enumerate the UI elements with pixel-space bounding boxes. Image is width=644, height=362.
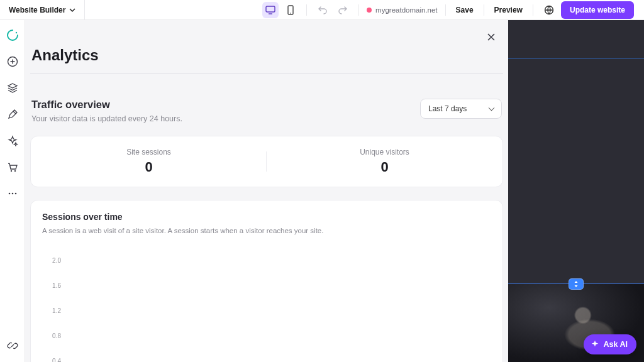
traffic-subtitle: Your visitor data is updated every 24 ho…: [31, 114, 182, 123]
save-button[interactable]: Save: [453, 6, 476, 14]
ai-tools-button[interactable]: [5, 133, 20, 148]
date-range-value: Last 7 days: [428, 104, 467, 113]
device-mobile-button[interactable]: [282, 2, 299, 18]
undo-icon: [318, 6, 328, 14]
sparkle-icon: [590, 339, 600, 349]
divider: [445, 4, 446, 16]
y-tick: 1.6: [42, 282, 61, 289]
svg-point-2: [290, 13, 291, 14]
app-title: Website Builder: [9, 6, 65, 14]
cart-icon: [7, 162, 18, 173]
link-icon: [7, 340, 18, 351]
divider: [484, 4, 484, 16]
canvas-preview[interactable]: [508, 20, 644, 362]
mobile-icon: [287, 5, 294, 15]
date-range-select[interactable]: Last 7 days: [420, 99, 502, 119]
sessions-card: Sessions over time A session is a web vi…: [30, 200, 503, 362]
layers-icon: [7, 82, 18, 94]
y-tick: 0.4: [42, 358, 61, 362]
stat-value: 0: [267, 159, 502, 175]
link-button[interactable]: [5, 338, 20, 353]
svg-point-8: [8, 193, 10, 195]
svg-point-7: [14, 170, 15, 172]
topbar: Website Builder mygreatdomain.net Save P…: [0, 0, 644, 20]
svg-point-6: [10, 170, 11, 172]
more-button[interactable]: [5, 186, 20, 201]
preview-button[interactable]: Preview: [492, 6, 525, 14]
update-website-button[interactable]: Update website: [561, 1, 634, 19]
brand-logo-icon[interactable]: [5, 28, 20, 43]
analytics-panel: Analytics Traffic overview Your visitor …: [25, 20, 508, 362]
svg-point-10: [14, 193, 16, 195]
divider: [306, 4, 307, 16]
panel-title: Analytics: [30, 31, 503, 74]
y-tick: 2.0: [42, 257, 61, 264]
ask-ai-button[interactable]: Ask AI: [584, 334, 636, 354]
sparkle-icon: [7, 135, 18, 146]
status-dot-icon: [367, 8, 372, 13]
store-button[interactable]: [5, 160, 20, 175]
plus-circle-icon: [7, 56, 18, 67]
desktop-icon: [265, 6, 275, 14]
pen-icon: [7, 109, 18, 120]
svg-point-4: [15, 32, 16, 33]
stat-unique-visitors: Unique visitors 0: [267, 148, 502, 175]
chevron-down-icon: [69, 7, 75, 13]
redo-button[interactable]: [335, 2, 351, 18]
stat-label: Site sessions: [31, 148, 267, 156]
svg-point-9: [11, 193, 13, 195]
divider: [533, 4, 533, 16]
undo-button[interactable]: [314, 2, 331, 18]
canvas-section[interactable]: [508, 58, 644, 362]
y-tick: 1.2: [42, 307, 61, 314]
domain-text: mygreatdomain.net: [375, 6, 437, 14]
stat-label: Unique visitors: [267, 148, 502, 156]
domain-display[interactable]: mygreatdomain.net: [367, 6, 437, 14]
sessions-title: Sessions over time: [42, 212, 491, 222]
app-switcher[interactable]: Website Builder: [0, 0, 85, 19]
globe-icon: [544, 5, 554, 15]
svg-rect-0: [266, 6, 275, 12]
device-desktop-button[interactable]: [262, 2, 279, 18]
left-rail: [0, 20, 25, 362]
sessions-subtitle: A session is a web visit of a site visit…: [42, 227, 491, 234]
more-icon: [7, 192, 18, 195]
resize-vertical-icon: [573, 280, 579, 288]
redo-icon: [338, 6, 348, 14]
sessions-chart: 2.0 1.6 1.2 0.8 0.4: [42, 257, 491, 362]
stat-value: 0: [31, 159, 267, 175]
traffic-title: Traffic overview: [31, 99, 182, 111]
design-button[interactable]: [5, 107, 20, 122]
stat-site-sessions: Site sessions 0: [31, 148, 267, 175]
close-panel-button[interactable]: [484, 30, 498, 44]
layers-button[interactable]: [5, 80, 20, 96]
section-resize-handle[interactable]: [569, 278, 584, 290]
stats-card: Site sessions 0 Unique visitors 0: [30, 136, 503, 187]
y-tick: 0.8: [42, 332, 61, 339]
close-icon: [487, 33, 496, 41]
divider: [358, 4, 359, 16]
globe-button[interactable]: [541, 2, 557, 18]
add-button[interactable]: [5, 54, 20, 69]
ask-ai-label: Ask AI: [604, 340, 628, 349]
